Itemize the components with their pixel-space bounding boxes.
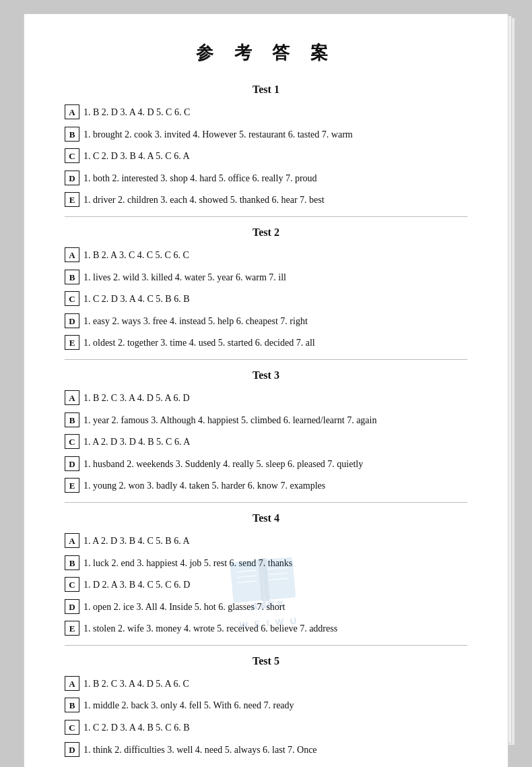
section-label-A: A	[65, 247, 79, 262]
section-label-C: C	[65, 291, 79, 306]
answer-content-1-C: 1. C 2. D 3. B 4. A 5. C 6. A	[84, 148, 467, 166]
answer-section-2-A: A1. B 2. A 3. C 4. C 5. C 6. C	[65, 247, 467, 265]
test-title-3: Test 3	[65, 369, 467, 381]
tests-container: Test 1A1. B 2. D 3. A 4. D 5. C 6. CB1. …	[65, 84, 467, 759]
answer-content-3-C: 1. A 2. D 3. D 4. B 5. C 6. A	[84, 433, 467, 452]
section-label-E: E	[65, 478, 79, 493]
answer-section-2-E: E1. oldest 2. together 3. time 4. used 5…	[65, 334, 467, 352]
answer-content-4-C: 1. D 2. A 3. B 4. C 5. C 6. D	[84, 576, 467, 594]
answer-content-4-E: 1. stolen 2. wife 3. money 4. wrote 5. r…	[84, 620, 467, 638]
section-label-D: D	[65, 742, 79, 757]
answer-section-4-A: A1. A 2. D 3. B 4. C 5. B 6. A	[65, 532, 467, 551]
section-label-A: A	[65, 676, 79, 691]
answer-content-4-A: 1. A 2. D 3. B 4. C 5. B 6. A	[84, 532, 467, 551]
main-page: 参 考 答 案 Test 1A1. B 2. D 3. A 4. D 5. C …	[24, 13, 508, 767]
answer-content-1-D: 1. both 2. interested 3. shop 4. hard 5.…	[84, 170, 467, 188]
section-label-C: C	[65, 148, 79, 163]
answer-content-3-E: 1. young 2. won 3. badly 4. taken 5. har…	[84, 477, 467, 495]
answer-content-2-A: 1. B 2. A 3. C 4. C 5. C 6. C	[84, 247, 467, 265]
section-label-A: A	[65, 104, 79, 119]
divider	[65, 216, 467, 217]
answer-section-3-B: B1. year 2. famous 3. Although 4. happie…	[65, 412, 467, 430]
answer-content-5-A: 1. B 2. C 3. A 4. D 5. A 6. C	[84, 675, 467, 694]
section-label-D: D	[65, 456, 79, 471]
answer-section-4-C: C1. D 2. A 3. B 4. C 5. C 6. D	[65, 576, 467, 594]
test-block-5: Test 5A1. B 2. C 3. A 4. D 5. A 6. CB1. …	[65, 645, 467, 759]
section-label-D: D	[65, 599, 79, 614]
answer-content-5-C: 1. C 2. D 3. A 4. B 5. C 6. B	[84, 719, 467, 737]
answer-section-1-B: B1. brought 2. cook 3. invited 4. Howeve…	[65, 126, 467, 144]
answer-section-1-A: A1. B 2. D 3. A 4. D 5. C 6. C	[65, 104, 467, 122]
section-label-B: B	[65, 270, 79, 284]
answer-section-3-E: E1. young 2. won 3. badly 4. taken 5. ha…	[65, 477, 467, 495]
test-block-1: Test 1A1. B 2. D 3. A 4. D 5. C 6. CB1. …	[65, 84, 467, 210]
answer-section-3-A: A1. B 2. C 3. A 4. D 5. A 6. D	[65, 390, 467, 408]
answer-section-5-B: B1. middle 2. back 3. only 4. fell 5. Wi…	[65, 697, 467, 715]
test-title-4: Test 4	[65, 512, 467, 524]
divider	[65, 502, 467, 503]
section-label-D: D	[65, 313, 79, 328]
section-label-B: B	[65, 698, 79, 712]
answer-section-4-D: D1. open 2. ice 3. All 4. Inside 5. hot …	[65, 599, 467, 617]
section-label-B: B	[65, 555, 79, 570]
answer-content-1-B: 1. brought 2. cook 3. invited 4. However…	[84, 126, 467, 144]
section-label-B: B	[65, 412, 79, 427]
divider	[65, 645, 467, 646]
answer-section-5-D: D1. think 2. difficulties 3. well 4. nee…	[65, 741, 467, 760]
divider	[65, 359, 467, 360]
answer-section-2-C: C1. C 2. D 3. A 4. C 5. B 6. B	[65, 290, 467, 309]
answer-content-2-C: 1. C 2. D 3. A 4. C 5. B 6. B	[84, 290, 467, 309]
section-label-A: A	[65, 533, 79, 548]
answer-section-5-C: C1. C 2. D 3. A 4. B 5. C 6. B	[65, 719, 467, 737]
test-title-2: Test 2	[65, 226, 467, 239]
test-block-4: Test 4A1. A 2. D 3. B 4. C 5. B 6. AB1. …	[65, 502, 467, 638]
section-label-E: E	[65, 335, 79, 350]
answer-section-1-E: E1. driver 2. children 3. each 4. showed…	[65, 191, 467, 210]
page-title: 参 考 答 案	[65, 41, 467, 65]
answer-section-3-C: C1. A 2. D 3. D 4. B 5. C 6. A	[65, 433, 467, 452]
section-label-B: B	[65, 127, 79, 142]
section-label-C: C	[65, 434, 79, 449]
answer-content-2-B: 1. lives 2. wild 3. killed 4. water 5. y…	[84, 269, 467, 287]
answer-section-5-A: A1. B 2. C 3. A 4. D 5. A 6. C	[65, 675, 467, 694]
section-label-C: C	[65, 577, 79, 592]
answer-content-3-D: 1. husband 2. weekends 3. Suddenly 4. re…	[84, 456, 467, 474]
section-label-C: C	[65, 720, 79, 735]
answer-content-1-E: 1. driver 2. children 3. each 4. showed …	[84, 191, 467, 210]
section-label-A: A	[65, 390, 79, 405]
answer-section-1-D: D1. both 2. interested 3. shop 4. hard 5…	[65, 170, 467, 188]
answer-content-3-B: 1. year 2. famous 3. Although 4. happies…	[84, 412, 467, 430]
section-label-E: E	[65, 192, 79, 207]
answer-content-2-E: 1. oldest 2. together 3. time 4. used 5.…	[84, 334, 467, 352]
answer-content-4-B: 1. luck 2. end 3. happiest 4. job 5. res…	[84, 555, 467, 573]
answer-content-3-A: 1. B 2. C 3. A 4. D 5. A 6. D	[84, 390, 467, 408]
test-block-2: Test 2A1. B 2. A 3. C 4. C 5. C 6. CB1. …	[65, 216, 467, 352]
test-title-1: Test 1	[65, 84, 467, 96]
answer-content-1-A: 1. B 2. D 3. A 4. D 5. C 6. C	[84, 104, 467, 122]
answer-content-5-D: 1. think 2. difficulties 3. well 4. need…	[84, 741, 467, 760]
test-block-3: Test 3A1. B 2. C 3. A 4. D 5. A 6. DB1. …	[65, 359, 467, 495]
test-title-5: Test 5	[65, 655, 467, 667]
answer-section-2-B: B1. lives 2. wild 3. killed 4. water 5. …	[65, 269, 467, 287]
answer-content-2-D: 1. easy 2. ways 3. free 4. instead 5. he…	[84, 313, 467, 331]
answer-section-1-C: C1. C 2. D 3. B 4. A 5. C 6. A	[65, 148, 467, 166]
section-label-D: D	[65, 171, 79, 185]
page-wrapper: 参 考 答 案 Test 1A1. B 2. D 3. A 4. D 5. C …	[24, 13, 508, 767]
answer-section-3-D: D1. husband 2. weekends 3. Suddenly 4. r…	[65, 456, 467, 474]
answer-content-4-D: 1. open 2. ice 3. All 4. Inside 5. hot 6…	[84, 599, 467, 617]
section-label-E: E	[65, 621, 79, 636]
answer-section-4-B: B1. luck 2. end 3. happiest 4. job 5. re…	[65, 555, 467, 573]
answer-section-2-D: D1. easy 2. ways 3. free 4. instead 5. h…	[65, 313, 467, 331]
answer-section-4-E: E1. stolen 2. wife 3. money 4. wrote 5. …	[65, 620, 467, 638]
answer-content-5-B: 1. middle 2. back 3. only 4. fell 5. Wit…	[84, 697, 467, 715]
